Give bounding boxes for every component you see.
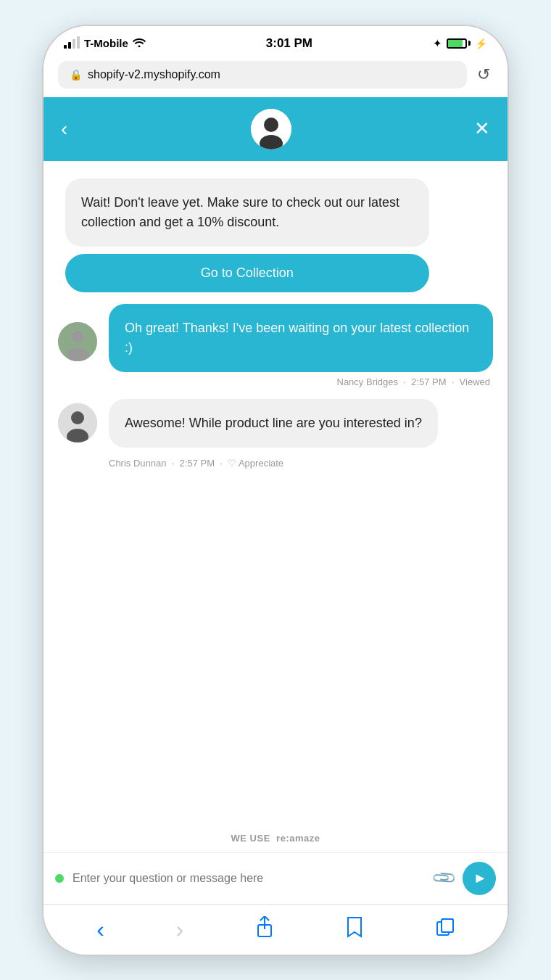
footer-brand: re:amaze	[276, 833, 320, 844]
heart-icon: ♡	[228, 458, 236, 469]
status-right: ✦ ⚡	[433, 37, 487, 50]
svg-point-9	[71, 411, 84, 424]
appreciate-label: Appreciate	[239, 458, 283, 469]
browser-tabs-button[interactable]	[430, 915, 460, 944]
battery-body	[447, 38, 467, 49]
bot-text-2: Awesome! While product line are you inte…	[125, 416, 422, 430]
reamaze-footer: WE USE re:amaze	[44, 824, 508, 852]
user-time: 2:57 PM	[411, 376, 446, 387]
user-status: Viewed	[460, 376, 490, 387]
send-icon: ►	[473, 870, 488, 886]
svg-rect-13	[442, 919, 453, 932]
signal-bars-icon	[64, 38, 80, 49]
bluetooth-icon: ✦	[433, 37, 442, 50]
user-message-1: Oh great! Thanks! I've been waiting on y…	[58, 304, 493, 387]
bot-bubble-2: Awesome! While product line are you inte…	[109, 399, 438, 448]
user-avatar-nancy	[58, 322, 97, 361]
close-button[interactable]: ✕	[474, 118, 490, 140]
input-bar: 📎 ►	[44, 852, 508, 904]
attach-button[interactable]: 📎	[431, 865, 457, 892]
bot-time: 2:57 PM	[180, 458, 215, 469]
back-button[interactable]: ‹	[61, 118, 67, 141]
signal-bar-3	[72, 39, 75, 49]
browser-nav: ‹ ›	[44, 904, 508, 955]
bot-message-2: Awesome! While product line are you inte…	[58, 399, 493, 469]
svg-point-6	[71, 330, 84, 343]
battery-tip	[468, 41, 471, 46]
send-button[interactable]: ►	[463, 862, 496, 895]
bot-text-1: Wait! Don't leave yet. Make sure to chec…	[81, 195, 399, 229]
browser-back-button[interactable]: ‹	[91, 913, 110, 946]
bot-sender: Chris Dunnan	[109, 458, 167, 469]
signal-bar-1	[64, 45, 67, 49]
status-bar: T-Mobile 3:01 PM ✦ ⚡	[44, 26, 508, 57]
user-bubble-1: Oh great! Thanks! I've been waiting on y…	[109, 304, 493, 372]
reload-button[interactable]: ↺	[474, 62, 493, 87]
chat-messages: Wait! Don't leave yet. Make sure to chec…	[44, 161, 508, 824]
browser-forward-button[interactable]: ›	[170, 913, 189, 946]
chat-header: ‹ ✕	[44, 97, 508, 161]
status-left: T-Mobile	[64, 37, 146, 50]
url-field[interactable]: 🔒 shopify-v2.myshopify.com	[58, 61, 467, 88]
user-text-1: Oh great! Thanks! I've been waiting on y…	[125, 321, 469, 355]
signal-bar-2	[68, 42, 71, 49]
battery-indicator	[447, 38, 471, 49]
bot-message-1: Wait! Don't leave yet. Make sure to chec…	[65, 178, 493, 292]
online-indicator	[55, 874, 64, 883]
bot-avatar-chris	[58, 403, 97, 442]
go-to-collection-button[interactable]: Go to Collection	[65, 254, 429, 292]
lock-icon: 🔒	[70, 69, 82, 81]
svg-point-1	[264, 118, 278, 132]
url-text: shopify-v2.myshopify.com	[88, 68, 220, 81]
bot-bubble-1: Wait! Don't leave yet. Make sure to chec…	[65, 178, 429, 247]
bot-meta-1: Chris Dunnan · 2:57 PM · ♡ Appreciate	[109, 458, 283, 469]
phone-outer: T-Mobile 3:01 PM ✦ ⚡	[0, 0, 551, 980]
time-display: 3:01 PM	[266, 36, 312, 51]
browser-bookmarks-button[interactable]	[339, 913, 370, 946]
signal-bar-4	[77, 36, 80, 49]
battery-fill	[448, 40, 463, 47]
browser-share-button[interactable]	[249, 913, 280, 946]
url-bar: 🔒 shopify-v2.myshopify.com ↺	[44, 57, 508, 97]
message-input[interactable]	[72, 872, 426, 885]
user-sender: Nancy Bridges	[337, 376, 399, 387]
charging-icon: ⚡	[475, 38, 487, 49]
user-meta-1: Nancy Bridges · 2:57 PM · Viewed	[337, 376, 491, 387]
carrier-label: T-Mobile	[84, 37, 128, 49]
agent-avatar	[251, 109, 291, 149]
footer-prefix: WE USE	[231, 833, 270, 844]
phone-frame: T-Mobile 3:01 PM ✦ ⚡	[44, 26, 508, 955]
wifi-icon	[133, 37, 146, 50]
